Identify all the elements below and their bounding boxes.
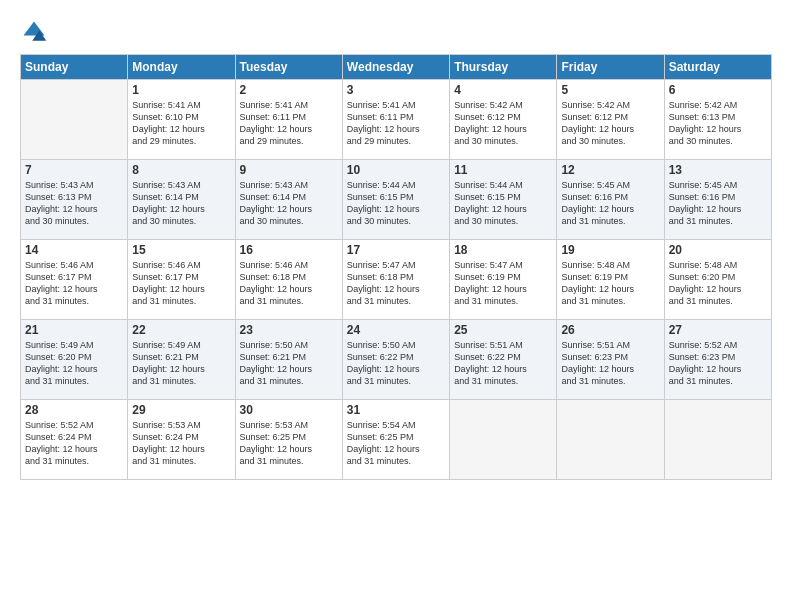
calendar-cell: 25Sunrise: 5:51 AM Sunset: 6:22 PM Dayli… [450, 320, 557, 400]
day-number: 26 [561, 323, 659, 337]
calendar-cell [664, 400, 771, 480]
day-number: 5 [561, 83, 659, 97]
day-info: Sunrise: 5:46 AM Sunset: 6:18 PM Dayligh… [240, 259, 338, 308]
day-info: Sunrise: 5:42 AM Sunset: 6:13 PM Dayligh… [669, 99, 767, 148]
calendar-cell: 9Sunrise: 5:43 AM Sunset: 6:14 PM Daylig… [235, 160, 342, 240]
day-info: Sunrise: 5:51 AM Sunset: 6:23 PM Dayligh… [561, 339, 659, 388]
day-number: 9 [240, 163, 338, 177]
calendar-cell: 4Sunrise: 5:42 AM Sunset: 6:12 PM Daylig… [450, 80, 557, 160]
weekday-monday: Monday [128, 55, 235, 80]
calendar-cell: 24Sunrise: 5:50 AM Sunset: 6:22 PM Dayli… [342, 320, 449, 400]
day-number: 13 [669, 163, 767, 177]
day-number: 15 [132, 243, 230, 257]
day-number: 30 [240, 403, 338, 417]
day-info: Sunrise: 5:48 AM Sunset: 6:19 PM Dayligh… [561, 259, 659, 308]
calendar-cell: 19Sunrise: 5:48 AM Sunset: 6:19 PM Dayli… [557, 240, 664, 320]
calendar-cell: 7Sunrise: 5:43 AM Sunset: 6:13 PM Daylig… [21, 160, 128, 240]
day-info: Sunrise: 5:41 AM Sunset: 6:10 PM Dayligh… [132, 99, 230, 148]
calendar-cell: 14Sunrise: 5:46 AM Sunset: 6:17 PM Dayli… [21, 240, 128, 320]
day-number: 25 [454, 323, 552, 337]
calendar-cell [450, 400, 557, 480]
calendar-cell: 5Sunrise: 5:42 AM Sunset: 6:12 PM Daylig… [557, 80, 664, 160]
day-info: Sunrise: 5:52 AM Sunset: 6:24 PM Dayligh… [25, 419, 123, 468]
calendar-cell: 30Sunrise: 5:53 AM Sunset: 6:25 PM Dayli… [235, 400, 342, 480]
logo-icon [20, 18, 48, 46]
day-number: 3 [347, 83, 445, 97]
calendar-cell: 22Sunrise: 5:49 AM Sunset: 6:21 PM Dayli… [128, 320, 235, 400]
day-info: Sunrise: 5:43 AM Sunset: 6:13 PM Dayligh… [25, 179, 123, 228]
day-info: Sunrise: 5:48 AM Sunset: 6:20 PM Dayligh… [669, 259, 767, 308]
day-number: 10 [347, 163, 445, 177]
day-number: 2 [240, 83, 338, 97]
calendar-cell [21, 80, 128, 160]
day-info: Sunrise: 5:49 AM Sunset: 6:21 PM Dayligh… [132, 339, 230, 388]
day-number: 31 [347, 403, 445, 417]
calendar-cell: 12Sunrise: 5:45 AM Sunset: 6:16 PM Dayli… [557, 160, 664, 240]
weekday-tuesday: Tuesday [235, 55, 342, 80]
calendar-week-2: 7Sunrise: 5:43 AM Sunset: 6:13 PM Daylig… [21, 160, 772, 240]
day-number: 11 [454, 163, 552, 177]
calendar-cell: 16Sunrise: 5:46 AM Sunset: 6:18 PM Dayli… [235, 240, 342, 320]
calendar-cell: 10Sunrise: 5:44 AM Sunset: 6:15 PM Dayli… [342, 160, 449, 240]
weekday-wednesday: Wednesday [342, 55, 449, 80]
calendar-cell: 29Sunrise: 5:53 AM Sunset: 6:24 PM Dayli… [128, 400, 235, 480]
calendar-cell [557, 400, 664, 480]
weekday-thursday: Thursday [450, 55, 557, 80]
day-info: Sunrise: 5:41 AM Sunset: 6:11 PM Dayligh… [240, 99, 338, 148]
day-info: Sunrise: 5:44 AM Sunset: 6:15 PM Dayligh… [347, 179, 445, 228]
day-info: Sunrise: 5:45 AM Sunset: 6:16 PM Dayligh… [561, 179, 659, 228]
day-number: 21 [25, 323, 123, 337]
calendar-cell: 8Sunrise: 5:43 AM Sunset: 6:14 PM Daylig… [128, 160, 235, 240]
day-number: 22 [132, 323, 230, 337]
day-info: Sunrise: 5:47 AM Sunset: 6:18 PM Dayligh… [347, 259, 445, 308]
calendar-week-4: 21Sunrise: 5:49 AM Sunset: 6:20 PM Dayli… [21, 320, 772, 400]
day-info: Sunrise: 5:46 AM Sunset: 6:17 PM Dayligh… [132, 259, 230, 308]
calendar-cell: 15Sunrise: 5:46 AM Sunset: 6:17 PM Dayli… [128, 240, 235, 320]
day-number: 18 [454, 243, 552, 257]
calendar-cell: 26Sunrise: 5:51 AM Sunset: 6:23 PM Dayli… [557, 320, 664, 400]
calendar-cell: 21Sunrise: 5:49 AM Sunset: 6:20 PM Dayli… [21, 320, 128, 400]
day-number: 1 [132, 83, 230, 97]
weekday-friday: Friday [557, 55, 664, 80]
day-info: Sunrise: 5:52 AM Sunset: 6:23 PM Dayligh… [669, 339, 767, 388]
calendar-cell: 13Sunrise: 5:45 AM Sunset: 6:16 PM Dayli… [664, 160, 771, 240]
calendar-cell: 2Sunrise: 5:41 AM Sunset: 6:11 PM Daylig… [235, 80, 342, 160]
day-info: Sunrise: 5:45 AM Sunset: 6:16 PM Dayligh… [669, 179, 767, 228]
logo [20, 18, 51, 46]
day-info: Sunrise: 5:53 AM Sunset: 6:24 PM Dayligh… [132, 419, 230, 468]
weekday-saturday: Saturday [664, 55, 771, 80]
day-info: Sunrise: 5:51 AM Sunset: 6:22 PM Dayligh… [454, 339, 552, 388]
day-number: 20 [669, 243, 767, 257]
calendar-cell: 11Sunrise: 5:44 AM Sunset: 6:15 PM Dayli… [450, 160, 557, 240]
day-info: Sunrise: 5:43 AM Sunset: 6:14 PM Dayligh… [240, 179, 338, 228]
weekday-sunday: Sunday [21, 55, 128, 80]
day-info: Sunrise: 5:50 AM Sunset: 6:21 PM Dayligh… [240, 339, 338, 388]
day-info: Sunrise: 5:44 AM Sunset: 6:15 PM Dayligh… [454, 179, 552, 228]
weekday-header-row: SundayMondayTuesdayWednesdayThursdayFrid… [21, 55, 772, 80]
calendar: SundayMondayTuesdayWednesdayThursdayFrid… [20, 54, 772, 480]
day-info: Sunrise: 5:54 AM Sunset: 6:25 PM Dayligh… [347, 419, 445, 468]
calendar-cell: 28Sunrise: 5:52 AM Sunset: 6:24 PM Dayli… [21, 400, 128, 480]
day-info: Sunrise: 5:41 AM Sunset: 6:11 PM Dayligh… [347, 99, 445, 148]
calendar-cell: 3Sunrise: 5:41 AM Sunset: 6:11 PM Daylig… [342, 80, 449, 160]
calendar-body: 1Sunrise: 5:41 AM Sunset: 6:10 PM Daylig… [21, 80, 772, 480]
day-info: Sunrise: 5:50 AM Sunset: 6:22 PM Dayligh… [347, 339, 445, 388]
page: SundayMondayTuesdayWednesdayThursdayFrid… [0, 0, 792, 612]
day-number: 23 [240, 323, 338, 337]
day-info: Sunrise: 5:46 AM Sunset: 6:17 PM Dayligh… [25, 259, 123, 308]
day-info: Sunrise: 5:43 AM Sunset: 6:14 PM Dayligh… [132, 179, 230, 228]
calendar-cell: 17Sunrise: 5:47 AM Sunset: 6:18 PM Dayli… [342, 240, 449, 320]
day-number: 17 [347, 243, 445, 257]
calendar-week-5: 28Sunrise: 5:52 AM Sunset: 6:24 PM Dayli… [21, 400, 772, 480]
calendar-cell: 1Sunrise: 5:41 AM Sunset: 6:10 PM Daylig… [128, 80, 235, 160]
calendar-cell: 18Sunrise: 5:47 AM Sunset: 6:19 PM Dayli… [450, 240, 557, 320]
header [20, 18, 772, 46]
day-info: Sunrise: 5:47 AM Sunset: 6:19 PM Dayligh… [454, 259, 552, 308]
calendar-cell: 31Sunrise: 5:54 AM Sunset: 6:25 PM Dayli… [342, 400, 449, 480]
day-info: Sunrise: 5:53 AM Sunset: 6:25 PM Dayligh… [240, 419, 338, 468]
day-number: 14 [25, 243, 123, 257]
day-number: 4 [454, 83, 552, 97]
day-number: 28 [25, 403, 123, 417]
day-info: Sunrise: 5:49 AM Sunset: 6:20 PM Dayligh… [25, 339, 123, 388]
calendar-header: SundayMondayTuesdayWednesdayThursdayFrid… [21, 55, 772, 80]
